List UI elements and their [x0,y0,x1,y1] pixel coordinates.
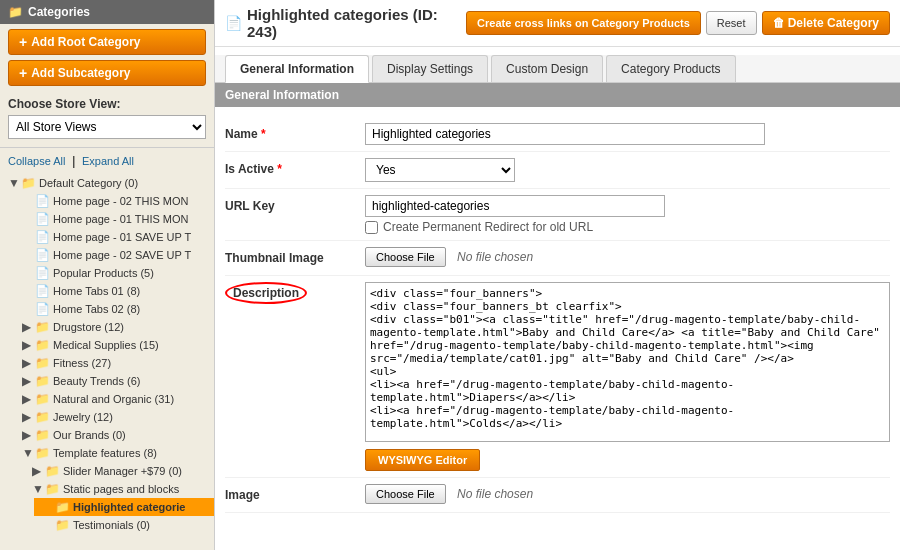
description-label: Description [225,282,365,304]
folder-icon: 📁 [21,176,36,190]
tab-general-information[interactable]: General Information [225,55,369,83]
page-icon: 📄 [225,15,242,31]
choose-file-button[interactable]: Choose File [365,247,446,267]
name-value [365,123,890,145]
tree-item-fitness[interactable]: ▶ 📁 Fitness (27) [14,354,214,372]
doc-icon: 📄 [35,194,50,208]
no-file-text: No file chosen [457,250,533,264]
description-value: <div class="four_banners"> <div class="f… [365,282,890,471]
wysiwyg-button[interactable]: WYSIWYG Editor [365,449,480,471]
isactive-required: * [277,162,282,176]
tree-item-slider[interactable]: ▶ 📁 Slider Manager +$79 (0) [24,462,214,480]
no-file-text2: No file chosen [457,487,533,501]
store-view-select[interactable]: All Store Views [8,115,206,139]
redirect-row: Create Permanent Redirect for old URL [365,220,890,234]
section-header: General Information [215,83,900,107]
doc-icon2: 📄 [35,212,50,226]
tree-item-homepage-save1[interactable]: 📄 Home page - 01 SAVE UP T [14,228,214,246]
delete-icon: 🗑 [773,16,785,30]
tab-custom-design[interactable]: Custom Design [491,55,603,82]
thumbnail-value: Choose File No file chosen [365,247,890,267]
tree-item-template[interactable]: ▼ 📁 Template features (8) [14,444,214,462]
reset-button[interactable]: Reset [706,11,757,35]
isactive-select[interactable]: Yes [365,158,515,182]
folder-icon5: 📁 [35,374,50,388]
category-tree: ▼ 📁 Default Category (0) 📄 Home page - 0… [0,174,214,534]
tree-item-jewelry[interactable]: ▶ 📁 Jewelry (12) [14,408,214,426]
tree-item-popular[interactable]: 📄 Popular Products (5) [14,264,214,282]
form-row-description: Description <div class="four_banners"> <… [225,276,890,478]
form-row-urlkey: URL Key Create Permanent Redirect for ol… [225,189,890,241]
store-view-label: Choose Store View: [8,97,206,111]
tree-item-drugstore[interactable]: ▶ 📁 Drugstore (12) [14,318,214,336]
tree-item-hometabs02[interactable]: 📄 Home Tabs 02 (8) [14,300,214,318]
add-subcategory-button[interactable]: + Add Subcategory [8,60,206,86]
categories-folder-icon: 📁 [8,5,23,19]
delete-category-button[interactable]: 🗑 Delete Category [762,11,890,35]
folder-icon12: 📁 [55,500,70,514]
description-textarea[interactable]: <div class="four_banners"> <div class="f… [365,282,890,442]
thumbnail-label: Thumbnail Image [225,247,365,269]
expand-all-link[interactable]: Expand All [82,155,134,167]
image-label: Image [225,484,365,506]
sidebar: 📁 Categories + Add Root Category + Add S… [0,0,215,550]
name-label: Name * [225,123,365,145]
choose-file-button2[interactable]: Choose File [365,484,446,504]
tree-item-homepage-02[interactable]: 📄 Home page - 02 THIS MON [14,192,214,210]
urlkey-input[interactable] [365,195,665,217]
tree-item-testimonials[interactable]: 📁 Testimonials (0) [34,516,214,534]
collapse-all-link[interactable]: Collapse All [8,155,65,167]
name-required: * [261,127,266,141]
folder-icon6: 📁 [35,392,50,406]
tree-item-highlighted[interactable]: 📁 Highlighted categorie [34,498,214,516]
page-header: 📄 Highlighted categories (ID: 243) Creat… [215,0,900,47]
store-view-section: Choose Store View: All Store Views [0,89,214,148]
doc-icon5: 📄 [35,266,50,280]
tree-item-beauty[interactable]: ▶ 📁 Beauty Trends (6) [14,372,214,390]
form-row-thumbnail: Thumbnail Image Choose File No file chos… [225,241,890,276]
form-row-isactive: Is Active * Yes [225,152,890,189]
folder-icon9: 📁 [35,446,50,460]
add-root-category-button[interactable]: + Add Root Category [8,29,206,55]
page-title: Highlighted categories (ID: 243) [247,6,461,40]
image-value: Choose File No file chosen [365,484,890,504]
folder-icon13: 📁 [55,518,70,532]
sidebar-title: Categories [28,5,90,19]
redirect-label: Create Permanent Redirect for old URL [383,220,593,234]
urlkey-value: Create Permanent Redirect for old URL [365,195,890,234]
plus-icon: + [19,34,27,50]
name-input[interactable] [365,123,765,145]
header-buttons: Create cross links on Category Products … [466,11,890,35]
tree-item-natural[interactable]: ▶ 📁 Natural and Organic (31) [14,390,214,408]
tree-item-default-category[interactable]: ▼ 📁 Default Category (0) [0,174,214,192]
collapse-bar: Collapse All | Expand All [0,148,214,174]
folder-icon8: 📁 [35,428,50,442]
tree-item-homepage-01[interactable]: 📄 Home page - 01 THIS MON [14,210,214,228]
main-content: 📄 Highlighted categories (ID: 243) Creat… [215,0,900,550]
sidebar-header: 📁 Categories [0,0,214,24]
tab-display-settings[interactable]: Display Settings [372,55,488,82]
folder-icon3: 📁 [35,338,50,352]
doc-icon4: 📄 [35,248,50,262]
folder-icon11: 📁 [45,482,60,496]
tabs-row: General Information Display Settings Cus… [215,55,900,83]
toggle-icon: ▼ [8,176,18,190]
urlkey-label: URL Key [225,195,365,217]
redirect-checkbox[interactable] [365,221,378,234]
isactive-label: Is Active * [225,158,365,180]
description-circle: Description [225,282,307,304]
plus-icon2: + [19,65,27,81]
form-row-image: Image Choose File No file chosen [225,478,890,513]
form-row-name: Name * [225,117,890,152]
tree-item-staticpages[interactable]: ▼ 📁 Static pages and blocks [24,480,214,498]
create-cross-links-button[interactable]: Create cross links on Category Products [466,11,701,35]
tree-item-medical[interactable]: ▶ 📁 Medical Supplies (15) [14,336,214,354]
folder-icon4: 📁 [35,356,50,370]
tree-item-homepage-save2[interactable]: 📄 Home page - 02 SAVE UP T [14,246,214,264]
form-section: Name * Is Active * Yes [215,107,900,523]
tab-category-products[interactable]: Category Products [606,55,735,82]
folder-icon2: 📁 [35,320,50,334]
tree-item-hometabs01[interactable]: 📄 Home Tabs 01 (8) [14,282,214,300]
folder-icon10: 📁 [45,464,60,478]
tree-item-ourbrands[interactable]: ▶ 📁 Our Brands (0) [14,426,214,444]
